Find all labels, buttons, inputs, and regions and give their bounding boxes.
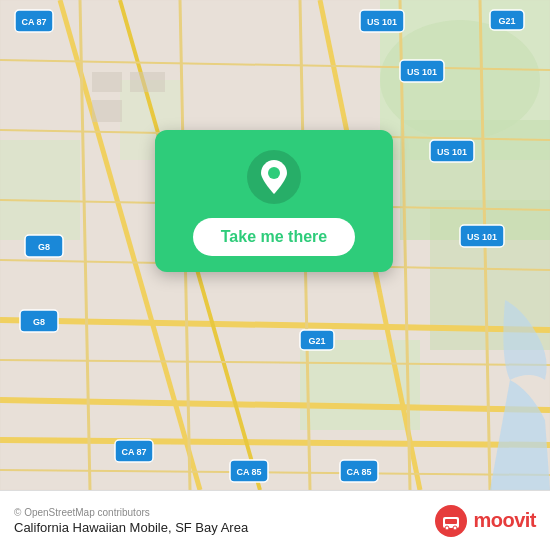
map-view: US 101 US 101 US 101 US 101 CA 87 G8 G8 … — [0, 0, 550, 490]
svg-text:G21: G21 — [308, 336, 325, 346]
svg-text:CA 87: CA 87 — [21, 17, 46, 27]
moovit-brand-icon — [435, 505, 467, 537]
svg-point-58 — [268, 167, 280, 179]
location-pin-icon — [247, 150, 301, 204]
svg-text:G21: G21 — [498, 16, 515, 26]
svg-rect-54 — [92, 100, 122, 122]
copyright-text: © OpenStreetMap contributors — [14, 507, 248, 518]
take-me-there-button[interactable]: Take me there — [193, 218, 355, 256]
svg-rect-53 — [130, 72, 165, 92]
svg-text:CA 85: CA 85 — [346, 467, 371, 477]
svg-point-61 — [445, 526, 449, 530]
app-title: California Hawaiian Mobile, SF Bay Area — [14, 520, 248, 535]
svg-text:US 101: US 101 — [367, 17, 397, 27]
svg-rect-60 — [445, 519, 457, 524]
cta-card: Take me there — [155, 130, 393, 272]
svg-text:G8: G8 — [33, 317, 45, 327]
svg-text:US 101: US 101 — [407, 67, 437, 77]
svg-text:US 101: US 101 — [437, 147, 467, 157]
moovit-brand-name: moovit — [473, 509, 536, 532]
svg-point-62 — [453, 526, 457, 530]
bottom-left-info: © OpenStreetMap contributors California … — [14, 507, 248, 535]
svg-rect-3 — [300, 340, 420, 430]
svg-text:G8: G8 — [38, 242, 50, 252]
svg-rect-52 — [92, 72, 122, 92]
svg-text:CA 85: CA 85 — [236, 467, 261, 477]
moovit-logo[interactable]: moovit — [435, 505, 536, 537]
bottom-bar: © OpenStreetMap contributors California … — [0, 490, 550, 550]
svg-text:CA 87: CA 87 — [121, 447, 146, 457]
svg-text:US 101: US 101 — [467, 232, 497, 242]
svg-rect-6 — [0, 140, 80, 240]
